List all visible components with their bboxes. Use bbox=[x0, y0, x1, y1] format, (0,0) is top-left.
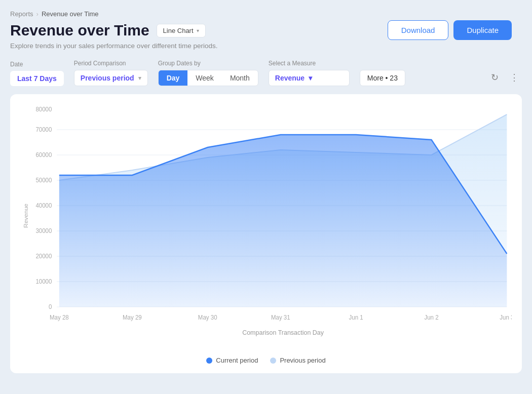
chart-svg: 0 10000 20000 30000 40000 50000 60000 70… bbox=[20, 104, 512, 347]
svg-text:Jun 3: Jun 3 bbox=[500, 314, 512, 321]
top-actions: Download Duplicate bbox=[388, 20, 512, 40]
svg-text:40000: 40000 bbox=[35, 202, 52, 209]
svg-text:Revenue: Revenue bbox=[23, 204, 29, 228]
chart-type-button[interactable]: Line Chart ▾ bbox=[157, 24, 206, 37]
svg-text:May 28: May 28 bbox=[50, 314, 69, 321]
group-dates-filter-group: Group Dates by Day Week Month bbox=[158, 60, 258, 86]
group-dates-buttons: Day Week Month bbox=[158, 70, 258, 86]
legend-previous-dot bbox=[270, 358, 276, 364]
duplicate-button[interactable]: Duplicate bbox=[453, 20, 512, 40]
group-btn-month[interactable]: Month bbox=[222, 70, 258, 86]
measure-dropdown[interactable]: Revenue ▾ bbox=[269, 70, 350, 86]
refresh-button[interactable]: ↻ bbox=[488, 69, 502, 86]
chart-type-label: Line Chart bbox=[163, 27, 194, 34]
download-button[interactable]: Download bbox=[388, 20, 449, 40]
period-comparison-label: Period Comparison bbox=[74, 60, 148, 67]
svg-text:Jun 2: Jun 2 bbox=[424, 314, 438, 321]
period-comparison-filter-group: Period Comparison Previous period ▾ bbox=[74, 60, 148, 86]
period-comparison-dropdown[interactable]: Previous period ▾ bbox=[74, 70, 148, 86]
breadcrumb-parent[interactable]: Reports bbox=[10, 10, 33, 18]
date-filter-group: Date Last 7 Days bbox=[10, 61, 64, 86]
period-comparison-value: Previous period bbox=[81, 74, 134, 82]
filters-row: Date Last 7 Days Period Comparison Previ… bbox=[10, 60, 522, 86]
legend-previous-label: Previous period bbox=[280, 357, 325, 364]
svg-text:Jun 1: Jun 1 bbox=[349, 314, 363, 321]
more-options-icon: ⋮ bbox=[510, 72, 519, 83]
chart-legend: Current period Previous period bbox=[20, 349, 512, 373]
filter-actions: ↻ ⋮ bbox=[488, 69, 522, 86]
more-button[interactable]: More • 23 bbox=[360, 70, 405, 86]
date-filter-label: Date bbox=[10, 61, 64, 68]
refresh-icon: ↻ bbox=[491, 72, 499, 83]
group-btn-day[interactable]: Day bbox=[159, 70, 188, 86]
svg-text:10000: 10000 bbox=[35, 278, 52, 285]
legend-current-label: Current period bbox=[216, 357, 258, 364]
chart-container: 0 10000 20000 30000 40000 50000 60000 70… bbox=[10, 94, 522, 373]
breadcrumb-separator: › bbox=[36, 10, 39, 18]
period-comparison-arrow-icon: ▾ bbox=[138, 75, 141, 82]
group-dates-label: Group Dates by bbox=[158, 60, 258, 67]
legend-current: Current period bbox=[206, 357, 258, 364]
svg-text:May 29: May 29 bbox=[123, 314, 142, 321]
legend-current-dot bbox=[206, 358, 212, 364]
legend-previous: Previous period bbox=[270, 357, 325, 364]
date-filter-button[interactable]: Last 7 Days bbox=[10, 71, 64, 86]
svg-text:May 30: May 30 bbox=[198, 314, 217, 321]
svg-marker-19 bbox=[59, 135, 507, 307]
svg-text:80000: 80000 bbox=[35, 106, 52, 112]
svg-text:20000: 20000 bbox=[35, 253, 52, 259]
more-filter-group: More • 23 bbox=[360, 60, 405, 86]
measure-filter-group: Select a Measure Revenue ▾ bbox=[269, 60, 350, 86]
svg-text:60000: 60000 bbox=[35, 151, 52, 158]
measure-filter-label: Select a Measure bbox=[269, 60, 350, 67]
page-title: Revenue over Time bbox=[10, 22, 149, 39]
chart-type-arrow-icon: ▾ bbox=[197, 28, 199, 33]
svg-text:May 31: May 31 bbox=[271, 314, 290, 321]
measure-arrow-icon: ▾ bbox=[309, 74, 312, 82]
svg-text:70000: 70000 bbox=[35, 126, 52, 133]
page-subtitle: Explore trends in your sales performance… bbox=[10, 42, 522, 50]
svg-text:50000: 50000 bbox=[35, 177, 52, 183]
measure-value: Revenue bbox=[275, 74, 305, 82]
more-label-placeholder bbox=[360, 60, 405, 67]
group-btn-week[interactable]: Week bbox=[187, 70, 222, 86]
more-options-button[interactable]: ⋮ bbox=[507, 69, 522, 86]
svg-text:30000: 30000 bbox=[35, 227, 52, 234]
breadcrumb-current: Revenue over Time bbox=[42, 10, 99, 18]
svg-text:Comparison Transaction Day: Comparison Transaction Day bbox=[242, 329, 324, 336]
svg-text:0: 0 bbox=[49, 303, 52, 310]
breadcrumb: Reports › Revenue over Time bbox=[10, 10, 522, 18]
